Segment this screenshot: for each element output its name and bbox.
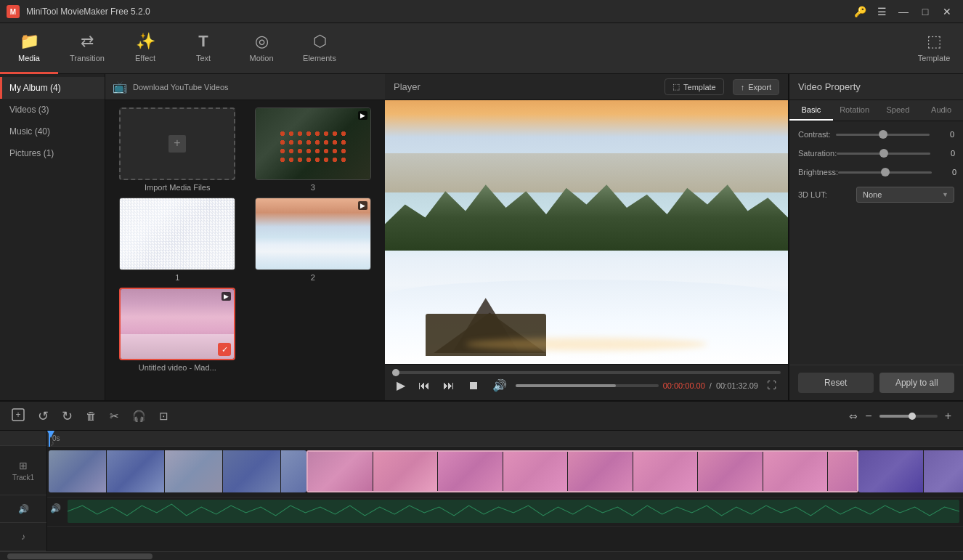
audio-waveform (68, 500, 959, 523)
template-icon-sm: ⬚ (673, 82, 680, 92)
clip-segment-3[interactable] (858, 450, 963, 492)
audio-track: 🔊 (47, 498, 963, 527)
audio-icon: 🔊 (50, 503, 61, 514)
toolbar-media[interactable]: 📁 Media (0, 23, 58, 74)
lut-label: 3D LUT: (798, 190, 856, 199)
download-youtube-button[interactable]: Download YouTube Videos (133, 83, 229, 92)
scrollbar-thumb[interactable] (7, 553, 153, 559)
track-grid-icon: ⊞ (19, 460, 28, 471)
player-header: Player ⬚ Template ↑ Export (385, 74, 788, 100)
clip-segment-2[interactable] (306, 450, 858, 492)
player-panel: Player ⬚ Template ↑ Export (385, 74, 789, 400)
tab-my-album[interactable]: My Album (4) (0, 77, 105, 99)
mute-button[interactable]: 🔊 (488, 377, 511, 394)
media-num-1: 1 (175, 273, 179, 282)
export-button[interactable]: ↑ Export (733, 79, 779, 95)
bottom-scrollbar[interactable] (0, 551, 963, 560)
music-track: ♪ (47, 527, 963, 551)
effect-label: Effect (135, 54, 155, 62)
tab-pictures[interactable]: Pictures (1) (0, 142, 105, 164)
saturation-value: 0 (935, 149, 955, 158)
effect-icon: ✨ (136, 32, 155, 51)
prop-tab-speed[interactable]: Speed (877, 100, 920, 121)
video-badge-3: ▶ (358, 111, 367, 120)
progress-bar[interactable] (392, 371, 781, 374)
video-badge-2: ▶ (358, 201, 367, 210)
menu-button[interactable]: ☰ (871, 4, 892, 20)
toolbar-elements[interactable]: ⬡ Elements (290, 23, 349, 74)
undo-button[interactable]: ↺ (33, 405, 53, 427)
property-content: Contrast: 0 Saturation: 0 Brightness: (789, 121, 963, 252)
elements-label: Elements (303, 54, 336, 62)
crop-button[interactable]: ⊡ (155, 407, 173, 426)
help-button[interactable]: 🔑 (850, 4, 870, 20)
tab-music[interactable]: Music (40) (0, 121, 105, 142)
import-media-item[interactable]: + Import Media Files (113, 107, 243, 192)
time-ruler: 0s (47, 431, 963, 447)
media-item-2[interactable]: ▶ 2 (248, 198, 378, 282)
contrast-label: Contrast: (798, 130, 836, 139)
audio-button[interactable]: 🎧 (128, 407, 150, 426)
zoom-in-button[interactable]: + (940, 407, 956, 426)
lut-select[interactable]: None Vivid Cool Warm Matte (856, 187, 954, 203)
time-ruler-label (0, 431, 46, 446)
brightness-control: 0 (838, 168, 956, 176)
next-frame-button[interactable]: ⏭ (439, 378, 459, 394)
audio-track-label: 🔊 (0, 495, 46, 524)
close-button[interactable]: ✕ (937, 4, 957, 20)
prop-tab-audio[interactable]: Audio (919, 100, 963, 121)
prev-frame-button[interactable]: ⏮ (414, 378, 434, 394)
left-panel: My Album (4) Videos (3) Music (40) Pictu… (0, 74, 385, 400)
media-item-4[interactable]: ▶ ✓ Untitled video - Mad... (113, 288, 243, 372)
saturation-slider[interactable] (837, 153, 930, 155)
add-media-icon: + (12, 408, 25, 421)
toolbar: 📁 Media ⇄ Transition ✨ Effect T Text ◎ M… (0, 23, 963, 74)
playhead-marker[interactable] (49, 431, 50, 447)
maximize-button[interactable]: □ (915, 4, 935, 20)
media-item-1[interactable]: 1 (113, 198, 243, 282)
redo-button[interactable]: ↻ (57, 405, 77, 427)
clip-segment-1[interactable] (49, 450, 306, 492)
play-button[interactable]: ▶ (392, 377, 410, 394)
cut-button[interactable]: ✂ (105, 407, 123, 426)
apply-to-all-button[interactable]: Apply to all (879, 373, 955, 393)
prop-tab-rotation[interactable]: Rotation (833, 100, 877, 121)
toolbar-motion[interactable]: ◎ Motion (232, 23, 290, 74)
video-property-header: Video Property (789, 74, 963, 100)
timeline-area: + ↺ ↻ 🗑 ✂ 🎧 ⊡ ⇔ − + ⊞ Track1 (0, 400, 963, 560)
template-button[interactable]: ⬚ Template (665, 78, 724, 95)
music-note-icon: ♪ (21, 532, 25, 542)
tracks-area: 0s (47, 431, 963, 551)
minimize-button[interactable]: — (893, 4, 914, 20)
toolbar-template[interactable]: ⬚ Template (905, 23, 963, 74)
tab-videos[interactable]: Videos (3) (0, 99, 105, 121)
add-media-button[interactable]: + (7, 405, 29, 427)
toolbar-effect[interactable]: ✨ Effect (116, 23, 174, 74)
video-track (47, 447, 963, 498)
track-labels: ⊞ Track1 🔊 ♪ (0, 431, 47, 551)
brightness-slider[interactable] (838, 171, 932, 174)
media-content: 📺 Download YouTube Videos + Import Media… (105, 74, 385, 400)
motion-label: Motion (249, 54, 273, 62)
template-icon: ⬚ (927, 32, 942, 51)
track1-name: Track1 (12, 474, 34, 482)
zoom-bar[interactable] (879, 415, 938, 418)
motion-icon: ◎ (255, 32, 269, 51)
media-header: 📺 Download YouTube Videos (105, 74, 385, 100)
stop-button[interactable]: ⏹ (463, 378, 484, 394)
contrast-slider[interactable] (836, 134, 930, 136)
media-item-3[interactable]: ▶ 3 (248, 107, 378, 192)
text-label: Text (196, 54, 211, 62)
media-icon: 📁 (20, 32, 39, 51)
prop-tab-basic[interactable]: Basic (789, 100, 833, 121)
zoom-out-button[interactable]: − (861, 407, 876, 426)
fullscreen-button[interactable]: ⛶ (763, 378, 781, 392)
toolbar-text[interactable]: T Text (174, 23, 232, 74)
toolbar-transition[interactable]: ⇄ Transition (58, 23, 116, 74)
time-total: 00:01:32.09 (716, 381, 758, 390)
import-icon: + (166, 133, 188, 155)
delete-button[interactable]: 🗑 (81, 407, 101, 425)
reset-button[interactable]: Reset (798, 373, 874, 393)
brightness-row: Brightness: 0 (798, 168, 954, 176)
album-tabs: My Album (4) Videos (3) Music (40) Pictu… (0, 74, 105, 400)
